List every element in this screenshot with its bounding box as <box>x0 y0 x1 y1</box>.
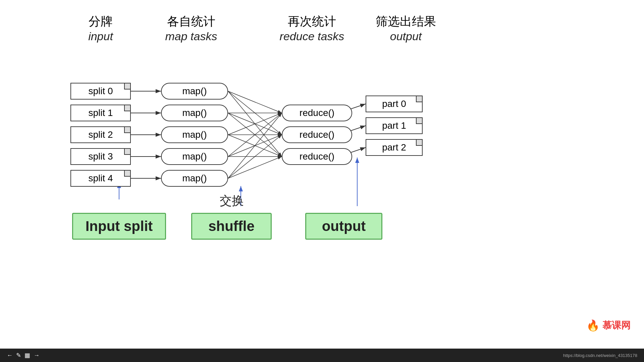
split-4-node: split 4 <box>70 170 131 187</box>
part-2-node: part 2 <box>366 139 423 156</box>
split-0-node: split 0 <box>70 83 131 100</box>
header-input: 分牌 input <box>64 13 138 43</box>
svg-line-17 <box>228 135 282 157</box>
shuffle-label: shuffle <box>191 213 272 240</box>
svg-line-8 <box>228 91 282 135</box>
edit-button[interactable]: ✎ <box>16 352 21 359</box>
svg-line-13 <box>228 113 282 135</box>
header-map-en: map tasks <box>148 30 235 43</box>
svg-line-7 <box>228 91 282 113</box>
split-2-node: split 2 <box>70 126 131 143</box>
header-map-zh: 各自统计 <box>148 13 235 30</box>
svg-line-11 <box>228 113 282 135</box>
header-reduce: 再次统计 reduce tasks <box>265 13 359 43</box>
part-0-node: part 0 <box>366 96 423 112</box>
map-4-node: map() <box>161 170 228 187</box>
input-split-label: Input split <box>72 213 166 240</box>
svg-line-12 <box>228 113 282 157</box>
header-input-en: input <box>64 30 138 43</box>
output-label: output <box>305 213 382 240</box>
logo-text: 慕课网 <box>602 319 631 332</box>
svg-line-21 <box>228 157 282 178</box>
header-reduce-en: reduce tasks <box>265 30 359 43</box>
header-output-zh: 筛选出结果 <box>359 13 453 30</box>
slide: 分牌 input 各自统计 map tasks 再次统计 reduce task… <box>0 0 644 349</box>
prev-button[interactable]: ← <box>7 352 13 359</box>
header-output: 筛选出结果 output <box>359 13 453 43</box>
header-output-en: output <box>359 30 453 43</box>
logo: 🔥 慕课网 <box>586 319 631 332</box>
reduce-0-node: reduce() <box>282 105 352 121</box>
svg-line-19 <box>228 113 282 178</box>
map-0-node: map() <box>161 83 228 100</box>
bottom-url: https://blog.csdn.net/weixin_43135178 <box>563 353 637 358</box>
svg-line-16 <box>228 113 282 157</box>
header-map: 各自统计 map tasks <box>148 13 235 43</box>
split-3-node: split 3 <box>70 148 131 165</box>
map-3-node: map() <box>161 148 228 165</box>
jiaohuan-label: 交换 <box>220 193 244 209</box>
svg-line-20 <box>228 135 282 178</box>
svg-line-15 <box>228 135 282 157</box>
split-1-node: split 1 <box>70 105 131 121</box>
grid-button[interactable]: ▦ <box>24 352 30 359</box>
bottom-bar: ← ✎ ▦ → https://blog.csdn.net/weixin_431… <box>0 349 644 362</box>
svg-line-9 <box>228 91 282 157</box>
part-1-node: part 1 <box>366 117 423 134</box>
map-1-node: map() <box>161 105 228 121</box>
reduce-2-node: reduce() <box>282 148 352 165</box>
nav-icons: ← ✎ ▦ → <box>7 352 40 359</box>
reduce-1-node: reduce() <box>282 126 352 143</box>
next-button[interactable]: → <box>34 352 40 359</box>
map-2-node: map() <box>161 126 228 143</box>
header-input-zh: 分牌 <box>64 13 138 30</box>
header-reduce-zh: 再次统计 <box>265 13 359 30</box>
logo-flame-icon: 🔥 <box>586 319 600 332</box>
